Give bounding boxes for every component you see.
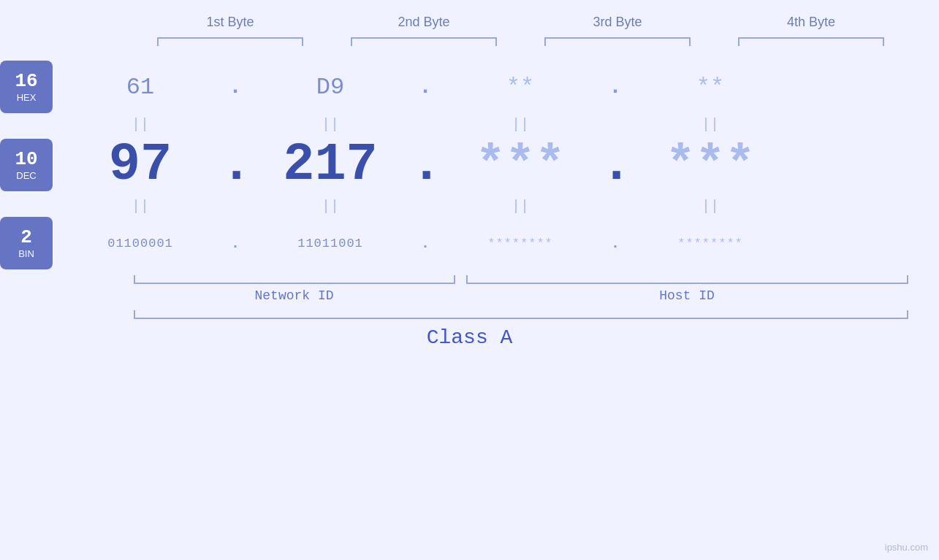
eq1-b4: || xyxy=(630,116,791,133)
bin-byte2: 11011001 xyxy=(250,237,411,250)
bin-base-label: BIN xyxy=(18,248,34,259)
class-bracket xyxy=(134,310,908,319)
main-container: 1st Byte 2nd Byte 3rd Byte 4th Byte 16 H… xyxy=(0,0,939,560)
bracket-3 xyxy=(544,37,691,46)
hex-byte4: ** xyxy=(630,74,791,101)
dec-values: 97 . 217 . *** . *** xyxy=(60,135,939,195)
hex-base-num: 16 xyxy=(15,71,37,92)
col-header-1: 1st Byte xyxy=(150,15,311,30)
network-id-label: Network ID xyxy=(134,288,455,303)
dec-badge: 10 DEC xyxy=(0,139,53,191)
bin-row: 2 BIN 01100001 . 11011001 . ******** . *… xyxy=(0,217,939,269)
dec-base-label: DEC xyxy=(16,170,36,181)
column-headers: 1st Byte 2nd Byte 3rd Byte 4th Byte xyxy=(134,15,908,30)
eq2-b3: || xyxy=(440,198,601,215)
bin-badge: 2 BIN xyxy=(0,217,53,269)
dec-byte4: *** xyxy=(630,137,791,193)
hex-dot-1: . xyxy=(221,74,250,99)
col-header-3: 3rd Byte xyxy=(537,15,698,30)
hex-byte3: ** xyxy=(440,74,601,101)
host-id-label: Host ID xyxy=(466,288,908,303)
dec-byte1: 97 xyxy=(60,135,221,195)
bin-dot-3: . xyxy=(601,235,630,252)
bin-dot-1: . xyxy=(221,235,250,252)
dec-byte2: 217 xyxy=(250,135,411,195)
dec-row: 10 DEC 97 . 217 . *** . *** xyxy=(0,135,939,195)
bracket-2 xyxy=(351,37,497,46)
hex-byte1: 61 xyxy=(60,74,221,101)
hex-badge: 16 HEX xyxy=(0,61,53,113)
bin-dot-2: . xyxy=(411,235,440,252)
dec-dot-1: . xyxy=(221,135,250,195)
col-header-4: 4th Byte xyxy=(731,15,892,30)
eq2-b1: || xyxy=(60,198,221,215)
hex-dot-2: . xyxy=(411,74,440,99)
bracket-1 xyxy=(157,37,303,46)
bin-byte3: ******** xyxy=(440,237,601,250)
hex-byte2: D9 xyxy=(250,74,411,101)
bracket-4 xyxy=(738,37,884,46)
network-id-bracket xyxy=(134,275,455,284)
bin-byte1: 01100001 xyxy=(60,237,221,250)
bin-values: 01100001 . 11011001 . ******** . *******… xyxy=(60,235,939,252)
dec-dot-3: . xyxy=(601,135,630,195)
bottom-labels: Network ID Host ID xyxy=(134,288,908,303)
bin-base-num: 2 xyxy=(20,227,32,248)
dec-base-num: 10 xyxy=(15,149,37,170)
eq2-b2: || xyxy=(250,198,411,215)
eq2-b4: || xyxy=(630,198,791,215)
header-brackets xyxy=(134,37,908,46)
dec-byte3: *** xyxy=(440,137,601,193)
dec-dot-2: . xyxy=(411,135,440,195)
watermark: ipshu.com xyxy=(885,542,928,553)
equals-row-1: || || || || xyxy=(0,113,939,135)
host-id-bracket xyxy=(466,275,908,284)
equals-cells-1: || || || || xyxy=(60,113,939,135)
eq1-b3: || xyxy=(440,116,601,133)
hex-values: 61 . D9 . ** . ** xyxy=(60,74,939,101)
hex-row: 16 HEX 61 . D9 . ** . ** xyxy=(0,61,939,113)
eq1-b1: || xyxy=(60,116,221,133)
class-label: Class A xyxy=(427,326,513,349)
hex-dot-3: . xyxy=(601,74,630,99)
eq1-b2: || xyxy=(250,116,411,133)
col-header-2: 2nd Byte xyxy=(343,15,504,30)
equals-row-2: || || || || xyxy=(0,195,939,217)
bin-byte4: ******** xyxy=(630,237,791,250)
equals-cells-2: || || || || xyxy=(60,195,939,217)
bottom-brackets xyxy=(134,275,908,284)
hex-base-label: HEX xyxy=(17,92,37,103)
